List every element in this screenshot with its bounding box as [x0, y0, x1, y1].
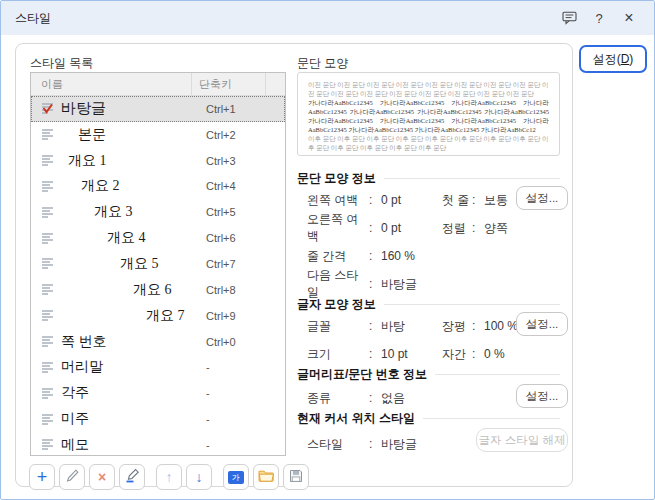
paragraph-preview: 이전 문단 이전 문단 이전 문단 이전 문단 이전 문단 이전 문단 이전 문… [297, 72, 560, 156]
move-up-button[interactable]: ↑ [156, 464, 182, 490]
style-gallery-button[interactable]: 가 [223, 464, 249, 490]
style-shortcut: Ctrl+4 [198, 180, 285, 192]
style-list-item[interactable]: 개요 7Ctrl+9 [31, 303, 285, 329]
column-header-spacer [265, 73, 285, 95]
preview-sample-text: 가나다라AaBbCc12345 가나다라AaBbCc12345 가나다라AaBb… [308, 98, 549, 134]
close-icon[interactable]: × [618, 6, 640, 30]
style-list-item[interactable]: 메모- [31, 432, 285, 456]
style-list: 이름 단축키 바탕글Ctrl+1본문Ctrl+2개요 1Ctrl+3개요 2Ct… [30, 72, 286, 456]
style-shortcut: - [198, 413, 285, 425]
bullet-info-title: 글머리표/문단 번호 정보 [297, 366, 560, 383]
style-list-item[interactable]: 머리말- [31, 354, 285, 380]
paragraph-icon [41, 283, 54, 296]
style-shortcut: - [198, 387, 285, 399]
titlebar-icons: ? × [558, 6, 640, 30]
style-list-item[interactable]: 개요 1Ctrl+3 [31, 148, 285, 174]
paragraph-icon [41, 361, 54, 374]
style-list-item[interactable]: 바탕글Ctrl+1 [31, 96, 285, 122]
column-header-name: 이름 [31, 77, 191, 92]
style-list-item[interactable]: 각주- [31, 380, 285, 406]
edit-style-button[interactable] [59, 464, 85, 490]
paragraph-settings-button[interactable]: 설정... [516, 186, 568, 210]
add-style-button[interactable]: + [29, 464, 55, 490]
style-shortcut: Ctrl+5 [198, 206, 285, 218]
style-shortcut: Ctrl+7 [198, 258, 285, 270]
preview-before-text: 이전 문단 이전 문단 이전 문단 이전 문단 이전 문단 이전 문단 이전 문… [308, 80, 549, 98]
paragraph-icon [41, 309, 54, 322]
info-row-size: 크기 : 10 pt 자간 : 0 % [307, 344, 560, 364]
style-name: 각주 [54, 384, 198, 402]
delete-style-button[interactable]: × [89, 464, 115, 490]
style-name: 개요 5 [54, 255, 198, 273]
style-name: 미주 [54, 410, 198, 428]
settings-button[interactable]: 설정(D) [579, 45, 647, 73]
preview-label: 문단 모양 [297, 55, 348, 72]
style-name: 쪽 번호 [54, 333, 198, 351]
style-shortcut: - [198, 439, 285, 451]
style-toolbar: + × [29, 464, 309, 490]
style-shortcut: Ctrl+8 [198, 284, 285, 296]
style-name: 메모 [54, 436, 198, 454]
style-shortcut: - [198, 361, 285, 373]
style-shortcut: Ctrl+1 [198, 103, 285, 115]
style-list-item[interactable]: 개요 3Ctrl+5 [31, 199, 285, 225]
style-name: 바탕글 [54, 99, 198, 118]
style-list-item[interactable]: 개요 6Ctrl+8 [31, 277, 285, 303]
import-style-button[interactable] [253, 464, 279, 490]
style-shortcut: Ctrl+6 [198, 232, 285, 244]
style-list-item[interactable]: 본문Ctrl+2 [31, 122, 285, 148]
feedback-icon[interactable] [558, 6, 580, 30]
style-name: 개요 1 [54, 152, 198, 170]
style-shortcut: Ctrl+9 [198, 310, 285, 322]
down-arrow-icon: ↓ [196, 470, 203, 484]
paragraph-info-title: 문단 모양 정보 [297, 170, 560, 187]
style-name: 본문 [54, 126, 198, 144]
style-name: 개요 4 [54, 229, 198, 247]
paragraph-icon [41, 257, 54, 270]
paragraph-icon [41, 438, 54, 451]
preview-after-text: 이후 문단 이후 문단 이후 문단 이후 문단 이후 문단 이후 문단 이후 문… [308, 134, 549, 152]
info-row-next-style: 다음 스타일 : 바탕글 [307, 274, 560, 294]
char-info-title: 글자 모양 정보 [297, 296, 560, 313]
release-char-style-button[interactable]: 글자 스타일 해제 [476, 428, 568, 452]
style-list-label: 스타일 목록 [30, 55, 93, 72]
style-name: 개요 6 [54, 281, 198, 299]
style-name: 머리말 [54, 358, 198, 376]
checked-paragraph-icon [41, 102, 54, 115]
list-header: 이름 단축키 [31, 73, 285, 96]
info-row-right-margin: 오른쪽 여백 : 0 pt 정렬 : 양쪽 [307, 218, 560, 238]
style-rows: 바탕글Ctrl+1본문Ctrl+2개요 1Ctrl+3개요 2Ctrl+4개요 … [31, 96, 285, 456]
style-list-item[interactable]: 개요 2Ctrl+4 [31, 174, 285, 200]
style-list-panel: 스타일 목록 이름 단축키 바탕글Ctrl+1본문Ctrl+2개요 1Ctrl+… [16, 44, 297, 486]
paragraph-icon [41, 232, 54, 245]
style-shortcut: Ctrl+3 [198, 155, 285, 167]
style-name: 개요 3 [54, 203, 198, 221]
style-list-item[interactable]: 쪽 번호Ctrl+0 [31, 329, 285, 355]
style-shortcut: Ctrl+2 [198, 129, 285, 141]
content-panel: 스타일 목록 이름 단축키 바탕글Ctrl+1본문Ctrl+2개요 1Ctrl+… [15, 43, 573, 487]
paragraph-icon [41, 180, 54, 193]
style-shortcut: Ctrl+0 [198, 336, 285, 348]
pen-icon [125, 468, 140, 486]
info-row-line-spacing: 줄 간격 : 160 % [307, 246, 560, 266]
column-header-shortcut: 단축키 [191, 73, 265, 95]
paragraph-icon [41, 387, 54, 400]
char-settings-button[interactable]: 설정... [516, 312, 568, 336]
style-list-item[interactable]: 개요 5Ctrl+7 [31, 251, 285, 277]
style-name: 개요 7 [54, 307, 198, 325]
move-down-button[interactable]: ↓ [186, 464, 212, 490]
help-icon[interactable]: ? [588, 6, 610, 30]
dialog-title: 스타일 [15, 10, 51, 27]
style-template-icon: 가 [228, 471, 244, 484]
char-style-button[interactable] [119, 464, 145, 490]
paragraph-icon [41, 413, 54, 426]
bullet-settings-button[interactable]: 설정... [516, 384, 568, 408]
open-folder-icon [258, 469, 274, 485]
pencil-icon [65, 468, 80, 486]
style-list-item[interactable]: 미주- [31, 406, 285, 432]
paragraph-icon [41, 206, 54, 219]
paragraph-icon [41, 128, 54, 141]
style-list-item[interactable]: 개요 4Ctrl+6 [31, 225, 285, 251]
paragraph-icon [41, 335, 54, 348]
paragraph-icon [41, 154, 54, 167]
